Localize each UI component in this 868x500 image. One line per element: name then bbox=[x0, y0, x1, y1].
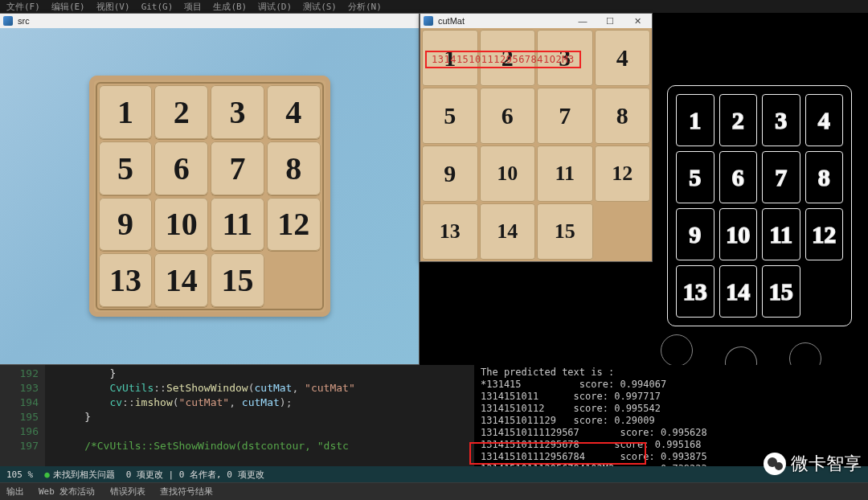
contour-tile: 12 bbox=[805, 208, 844, 260]
puzzle-tile: 4 bbox=[267, 85, 321, 139]
tab-symbols[interactable]: 查找符号结果 bbox=[160, 486, 213, 498]
puzzle-tile: 14 bbox=[154, 253, 208, 307]
status-issues[interactable]: 未找到相关问题 bbox=[44, 469, 115, 481]
puzzle-tile: 6 bbox=[154, 141, 208, 195]
menu-item[interactable]: 调试(D) bbox=[258, 1, 292, 13]
contour-view: 1 2 3 4 5 6 7 8 9 10 11 12 13 14 15 bbox=[653, 13, 868, 365]
console-line: 13141510111129567 score: 0.995628 bbox=[481, 427, 707, 438]
menu-item[interactable]: 项目 bbox=[184, 1, 202, 13]
ocr-result-highlight bbox=[469, 442, 646, 465]
wechat-icon bbox=[764, 453, 786, 475]
cutmat-tile: 5 bbox=[422, 88, 478, 144]
console-header: The predicted text is : bbox=[481, 367, 614, 378]
cutmat-titlebar[interactable]: cutMat — ☐ ✕ bbox=[420, 14, 652, 28]
code-editor[interactable]: } CvUtils::SetShowWindow(cutMat, "cutMat… bbox=[45, 365, 474, 466]
cutmat-tile: 10 bbox=[480, 145, 536, 202]
menu-item[interactable]: 编辑(E) bbox=[51, 1, 85, 13]
contour-tile: 2 bbox=[719, 94, 758, 146]
cutmat-title: cutMat bbox=[438, 16, 465, 26]
contour-tile: 4 bbox=[805, 94, 844, 146]
src-content: 1 2 3 4 5 6 7 8 9 10 11 12 13 14 15 bbox=[0, 28, 419, 364]
puzzle-tile: 5 bbox=[99, 141, 153, 195]
line-number: 194 bbox=[0, 395, 39, 410]
cutmat-tile: 9 bbox=[422, 145, 478, 202]
menu-item[interactable]: 文件(F) bbox=[6, 1, 40, 13]
bottom-tab-bar[interactable]: 输出 Web 发布活动 错误列表 查找符号结果 bbox=[0, 482, 868, 500]
src-titlebar[interactable]: src bbox=[0, 14, 419, 28]
contour-tile: 10 bbox=[719, 208, 758, 260]
cutmat-tile-blank bbox=[595, 203, 651, 260]
cutmat-tile: 4 bbox=[595, 30, 651, 86]
window-src[interactable]: src 1 2 3 4 5 6 7 8 9 10 11 12 13 14 15 bbox=[0, 13, 420, 365]
menu-item[interactable]: 视图(V) bbox=[96, 1, 130, 13]
maximize-button[interactable]: ☐ bbox=[599, 16, 621, 27]
cutmat-tile: 6 bbox=[480, 88, 536, 144]
contour-tile-blank bbox=[805, 265, 844, 318]
menu-item[interactable]: 分析(N) bbox=[348, 1, 382, 13]
watermark-text: 微卡智享 bbox=[791, 452, 862, 476]
puzzle-tile: 15 bbox=[211, 253, 264, 307]
menu-item[interactable]: 测试(S) bbox=[303, 1, 337, 13]
editor-console-area: 192 193 194 195 196 197 } CvUtils::SetSh… bbox=[0, 365, 868, 466]
puzzle-tile: 11 bbox=[211, 198, 264, 252]
contour-tile: 3 bbox=[762, 94, 800, 146]
contour-tile: 13 bbox=[676, 265, 714, 318]
puzzle-tile: 10 bbox=[154, 198, 208, 252]
noise-contour bbox=[720, 342, 761, 365]
contour-tile: 7 bbox=[762, 151, 800, 203]
puzzle-tile: 7 bbox=[211, 141, 264, 195]
cutmat-content: 1 2 3 4 5 6 7 8 9 10 11 12 13 14 15 1314… bbox=[420, 28, 652, 261]
contour-tile: 14 bbox=[719, 265, 758, 318]
status-bar[interactable]: 105 % 未找到相关问题 0 项更改 | 0 名作者, 0 项更改 bbox=[0, 466, 868, 482]
console-line: 1314151011 score: 0.997717 bbox=[481, 391, 661, 402]
puzzle-tile: 9 bbox=[99, 198, 153, 252]
cutmat-tile: 7 bbox=[537, 88, 593, 144]
puzzle-tile-blank bbox=[267, 253, 321, 307]
puzzle-tile: 3 bbox=[211, 85, 264, 139]
console-line: 1314151011129 score: 0.29009 bbox=[481, 415, 655, 426]
contour-tile: 11 bbox=[762, 208, 800, 260]
contour-tile: 8 bbox=[805, 151, 844, 203]
console-line: *131415 score: 0.994067 bbox=[481, 379, 666, 390]
zoom-level[interactable]: 105 % bbox=[6, 469, 33, 480]
minimize-button[interactable]: — bbox=[571, 16, 594, 26]
cutmat-tile: 15 bbox=[537, 203, 593, 260]
menu-bar[interactable]: 文件(F) 编辑(E) 视图(V) Git(G) 项目 生成(B) 调试(D) … bbox=[0, 0, 868, 13]
line-number: 195 bbox=[0, 410, 39, 424]
contour-tile: 15 bbox=[762, 265, 800, 318]
watermark: 微卡智享 bbox=[764, 452, 862, 476]
line-number: 196 bbox=[0, 424, 39, 439]
contour-tile: 1 bbox=[676, 94, 714, 146]
tab-errlist[interactable]: 错误列表 bbox=[110, 486, 145, 498]
contour-tile: 5 bbox=[676, 151, 714, 203]
src-title: src bbox=[18, 16, 30, 26]
puzzle-tile: 8 bbox=[267, 141, 321, 195]
line-number: 197 bbox=[0, 439, 39, 453]
puzzle-tile: 2 bbox=[154, 85, 208, 139]
menu-item[interactable]: Git(G) bbox=[141, 2, 174, 12]
puzzle-tile: 13 bbox=[99, 253, 153, 307]
line-number-gutter: 192 193 194 195 196 197 bbox=[0, 365, 45, 466]
noise-contour bbox=[789, 342, 821, 365]
contour-tile: 9 bbox=[676, 208, 714, 260]
console-line: 13141510112 score: 0.995542 bbox=[481, 403, 661, 414]
close-button[interactable]: ✕ bbox=[626, 16, 649, 27]
contour-tile: 6 bbox=[719, 151, 758, 203]
contour-board: 1 2 3 4 5 6 7 8 9 10 11 12 13 14 15 bbox=[667, 85, 852, 326]
cutmat-tile: 14 bbox=[480, 203, 536, 260]
line-number: 193 bbox=[0, 381, 39, 395]
menu-item[interactable]: 生成(B) bbox=[213, 1, 247, 13]
line-number: 192 bbox=[0, 367, 39, 381]
puzzle-tile: 1 bbox=[99, 85, 153, 139]
cutmat-tile: 12 bbox=[595, 145, 651, 202]
puzzle-board: 1 2 3 4 5 6 7 8 9 10 11 12 13 14 15 bbox=[89, 76, 330, 317]
status-changes: 0 项更改 | 0 名作者, 0 项更改 bbox=[126, 469, 264, 481]
opencv-icon bbox=[424, 16, 433, 26]
tab-web[interactable]: Web 发布活动 bbox=[39, 486, 96, 498]
window-cutmat[interactable]: cutMat — ☐ ✕ 1 2 3 4 5 6 7 8 9 10 11 12 … bbox=[420, 13, 653, 262]
ocr-overlay-box: 1314151011129567841O2M3 bbox=[425, 51, 581, 68]
cutmat-tile: 13 bbox=[422, 203, 478, 260]
puzzle-tile: 12 bbox=[267, 198, 321, 252]
tab-output[interactable]: 输出 bbox=[6, 486, 24, 498]
cutmat-tile: 11 bbox=[537, 145, 593, 202]
